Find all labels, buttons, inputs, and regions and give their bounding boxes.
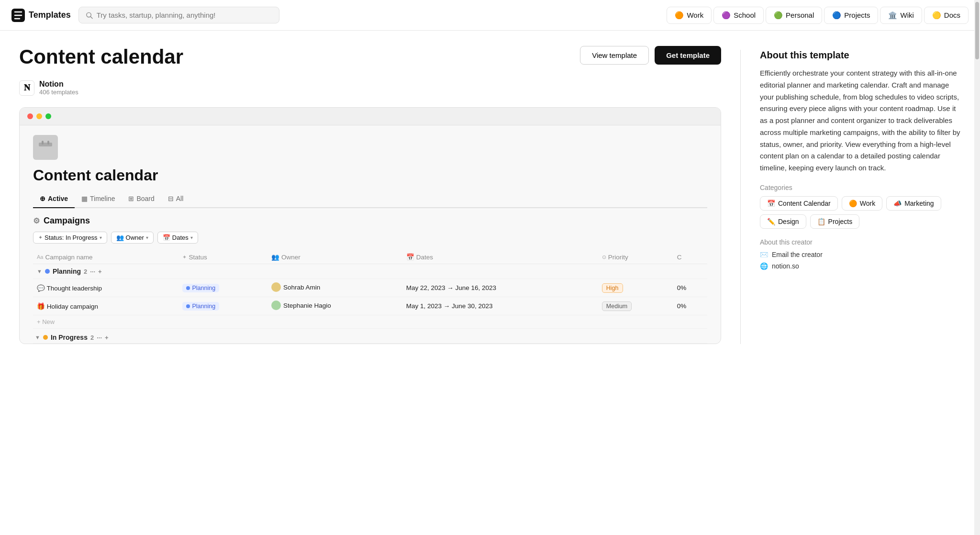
category-projects[interactable]: 📋 Projects [810, 214, 860, 229]
group-planning: ▼ Planning 2 ··· + [33, 264, 707, 279]
preview-body: Content calendar ⊕ Active ▦ Timeline ⊞ B… [20, 125, 721, 344]
preview-window-title: Content calendar [33, 167, 707, 184]
cell-completion-1: 0% [673, 279, 707, 297]
categories-title: Categories [760, 184, 961, 191]
cell-completion-2: 0% [673, 297, 707, 315]
nav-tab-work[interactable]: 🟠 Work [667, 7, 712, 24]
creator-row: 𝐍 Notion 406 templates [19, 80, 721, 96]
nav-tab-docs-label: Docs [944, 11, 960, 19]
filter-status-chevron: ▾ [100, 235, 102, 240]
row1-icon: 💬 [37, 285, 45, 292]
priority-badge-1: High [602, 283, 623, 293]
filter-dates-icon: 📅 [163, 234, 170, 241]
globe-icon: 🌐 [760, 262, 768, 270]
col-header-dates: 📅 Dates [402, 250, 598, 264]
about-creator-title: About this creator [760, 238, 961, 246]
owner1-avatar: Sohrab Amin [271, 282, 320, 292]
logo-icon [11, 9, 25, 22]
search-input[interactable] [97, 11, 272, 19]
window-close-dot [27, 113, 33, 119]
filter-owner[interactable]: 👥 Owner ▾ [111, 232, 154, 244]
creator-link-website[interactable]: 🌐 notion.so [760, 262, 961, 270]
status-badge-1: Planning [182, 284, 219, 292]
cat-marketing-icon: 📣 [893, 200, 902, 207]
main-content: Content calendar View template Get templ… [0, 31, 980, 344]
category-design[interactable]: ✏️ Design [760, 214, 806, 229]
website-label: notion.so [772, 262, 799, 270]
col-header-status: ✦ Status [178, 250, 267, 264]
cat-projects-icon: 📋 [817, 218, 825, 225]
header: Templates 🟠 Work 🟣 School 🟢 Personal 🔵 P… [0, 0, 980, 31]
filter-dates-label: Dates [172, 234, 189, 241]
nav-tab-projects[interactable]: 🔵 Projects [824, 7, 878, 24]
status-badge-dot-1 [186, 286, 190, 290]
timeline-tab-icon: ▦ [81, 195, 88, 202]
nav-tab-docs[interactable]: 🟡 Docs [924, 7, 969, 24]
cell-dates-2: May 1, 2023 → June 30, 2023 [402, 297, 598, 315]
nav-tab-school-label: School [734, 11, 756, 19]
table-row: 💬 Thought leadership Planning [33, 279, 707, 297]
nav-tab-work-label: Work [687, 11, 703, 19]
docs-icon: 🟡 [932, 11, 941, 20]
active-tab-icon: ⊕ [40, 195, 45, 202]
active-tab-label: Active [48, 195, 68, 202]
tab-active[interactable]: ⊕ Active [33, 192, 75, 208]
planning-status-dot [45, 269, 50, 274]
logo-area[interactable]: Templates [11, 9, 71, 22]
group-inprogress-label: In Progress [51, 334, 88, 341]
tab-timeline[interactable]: ▦ Timeline [75, 192, 122, 207]
window-maximize-dot [45, 113, 51, 119]
group-inprogress-add[interactable]: + [105, 334, 109, 341]
nav-tab-wiki[interactable]: 🏛️ Wiki [880, 7, 922, 24]
new-row-plus: + New [37, 318, 55, 325]
col-header-priority: ⊙ Priority [598, 250, 673, 264]
cat-content-calendar-icon: 📅 [767, 200, 775, 207]
category-work[interactable]: 🟠 Work [842, 196, 882, 211]
cell-priority-1: High [598, 279, 673, 297]
cell-dates-1: May 22, 2023 → June 16, 2023 [402, 279, 598, 297]
category-content-calendar[interactable]: 📅 Content Calendar [760, 196, 838, 211]
about-description: Efficiently orchestrate your content str… [760, 67, 961, 174]
campaigns-title: Campaigns [44, 216, 90, 226]
category-marketing[interactable]: 📣 Marketing [886, 196, 941, 211]
cell-owner-1: Sohrab Amin [267, 279, 402, 297]
page-title: Content calendar [19, 46, 183, 68]
owner2-avatar: Stephanie Hagio [271, 301, 331, 310]
row2-name: Holiday campaign [47, 303, 98, 310]
col-status-icon: ✦ [182, 254, 187, 260]
cat-content-calendar-label: Content Calendar [778, 200, 831, 207]
tab-board[interactable]: ⊞ Board [122, 192, 161, 207]
tab-all[interactable]: ⊟ All [161, 192, 190, 207]
group-planning-add[interactable]: + [98, 268, 102, 275]
cat-design-icon: ✏️ [767, 218, 775, 225]
group-inprogress-count: 2 [90, 334, 94, 341]
search-bar[interactable] [78, 7, 279, 23]
notion-logo-icon: 𝐍 [19, 80, 34, 96]
owner1-name: Sohrab Amin [283, 284, 320, 291]
filter-owner-label: Owner [126, 234, 144, 241]
projects-icon: 🔵 [832, 11, 841, 20]
email-label: Email the creator [772, 251, 823, 258]
filter-status-label: Status: In Progress [45, 234, 98, 241]
group-planning-chevron: ▼ [37, 268, 42, 274]
filter-owner-icon: 👥 [116, 234, 124, 241]
nav-tab-personal[interactable]: 🟢 Personal [766, 7, 822, 24]
filter-status[interactable]: ✦ Status: In Progress ▾ [33, 232, 107, 244]
new-row[interactable]: + New [33, 315, 707, 329]
preview-tabs: ⊕ Active ▦ Timeline ⊞ Board ⊟ All [33, 192, 707, 208]
cat-work-label: Work [860, 200, 875, 207]
status-badge-label-1: Planning [192, 285, 215, 291]
col-owner-icon: 👥 [271, 253, 279, 261]
cat-work-icon: 🟠 [849, 200, 857, 207]
nav-tab-school[interactable]: 🟣 School [713, 7, 764, 24]
wiki-icon: 🏛️ [888, 11, 897, 20]
about-title: About this template [760, 50, 961, 61]
creator-sub: 406 templates [39, 89, 78, 96]
view-template-button[interactable]: View template [580, 46, 649, 65]
get-template-button[interactable]: Get template [655, 46, 721, 65]
inprogress-status-dot [43, 335, 48, 340]
creator-link-email[interactable]: ✉️ Email the creator [760, 251, 961, 258]
campaigns-table: Aa Campaign name ✦ Status [33, 250, 707, 344]
title-actions-row: Content calendar View template Get templ… [19, 46, 721, 78]
filter-dates[interactable]: 📅 Dates ▾ [157, 232, 198, 244]
